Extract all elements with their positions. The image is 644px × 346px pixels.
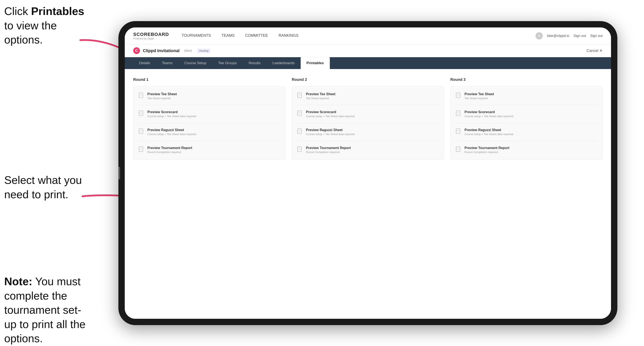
tablet-side-button[interactable]	[118, 167, 120, 179]
annotation-bottom: Note: You must complete the tournament s…	[4, 274, 93, 346]
round-1-raguzzi-sub: Course setup + Tee Sheet data required	[147, 133, 196, 136]
scoreboard-logo: SCOREBOARD Powered by clippd	[133, 32, 169, 40]
tablet-screen: SCOREBOARD Powered by clippd TOURNAMENTS…	[125, 27, 611, 319]
round-3-report-text: Preview Tournament Report Round Completi…	[464, 146, 509, 154]
doc-icon-8	[297, 147, 303, 153]
round-1-card: Preview Tee Sheet Tee Sheet required	[133, 86, 286, 160]
round-3-tournament-report[interactable]: Preview Tournament Report Round Completi…	[456, 145, 597, 155]
round-2-title: Round 2	[292, 77, 444, 82]
round-2-report-text: Preview Tournament Report Round Completi…	[306, 146, 351, 154]
nav-links: TOURNAMENTS TEAMS COMMITTEE RANKINGS	[182, 32, 536, 39]
annotation-middle: Select what you need to print.	[4, 173, 93, 202]
tournament-title-group: C Clippd Invitational (Men) Hosting	[133, 47, 210, 54]
round-1-scorecard-title: Preview Scorecard	[147, 110, 196, 114]
round-1-tee-sheet-sub: Tee Sheet required	[147, 97, 177, 100]
rounds-grid: Round 1 Preview Tee Sheet Tee S	[133, 77, 602, 160]
main-content: Round 1 Preview Tee Sheet Tee S	[125, 69, 611, 319]
round-1-raguzzi-text: Preview Raguzzi Sheet Course setup + Tee…	[147, 128, 196, 136]
sign-out-link[interactable]: Sign out	[574, 34, 586, 38]
divider	[297, 123, 439, 123]
round-2-tee-sheet[interactable]: Preview Tee Sheet Tee Sheet required	[297, 91, 439, 101]
annotation-middle-text: Select what you need to print.	[4, 174, 82, 200]
round-3-raguzzi-title: Preview Raguzzi Sheet	[464, 128, 513, 132]
round-2-raguzzi[interactable]: Preview Raguzzi Sheet Course setup + Tee…	[297, 127, 439, 137]
round-2-report-sub: Round Completion required	[306, 151, 351, 154]
nav-teams[interactable]: TEAMS	[222, 32, 235, 39]
annotation-bottom-text: Note: You must complete the tournament s…	[4, 275, 86, 345]
round-1-scorecard-sub: Course setup + Tee Sheet data required	[147, 115, 196, 118]
doc-icon-3	[138, 129, 144, 135]
round-1-scorecard[interactable]: Preview Scorecard Course setup + Tee She…	[138, 109, 280, 119]
round-1-raguzzi[interactable]: Preview Raguzzi Sheet Course setup + Tee…	[138, 127, 280, 137]
divider	[138, 141, 280, 141]
doc-icon-5	[297, 93, 303, 99]
round-3-tee-sheet-text: Preview Tee Sheet Tee Sheet required	[464, 92, 494, 100]
hosting-badge: Hosting	[197, 48, 210, 53]
tab-results[interactable]: Results	[243, 57, 266, 69]
divider	[456, 123, 597, 123]
round-3-scorecard-sub: Course setup + Tee Sheet data required	[464, 115, 513, 118]
round-1-report-sub: Round Completion required	[147, 151, 192, 154]
round-2-scorecard-title: Preview Scorecard	[306, 110, 355, 114]
round-2-scorecard[interactable]: Preview Scorecard Course setup + Tee She…	[297, 109, 439, 119]
round-1-scorecard-text: Preview Scorecard Course setup + Tee She…	[147, 110, 196, 118]
nav-tournaments[interactable]: TOURNAMENTS	[182, 32, 211, 39]
tournament-header: C Clippd Invitational (Men) Hosting Canc…	[125, 44, 611, 57]
round-1-tee-sheet[interactable]: Preview Tee Sheet Tee Sheet required	[138, 91, 280, 101]
top-nav-right: B blair@clippd.io Sign out Sign out	[536, 32, 602, 39]
nav-committee[interactable]: COMMITTEE	[245, 32, 268, 39]
round-3-report-title: Preview Tournament Report	[464, 146, 509, 150]
doc-icon-12	[456, 147, 462, 153]
logo-sub: Powered by clippd	[133, 37, 169, 40]
tab-printables[interactable]: Printables	[301, 57, 330, 69]
doc-icon-10	[456, 111, 462, 117]
round-2-scorecard-text: Preview Scorecard Course setup + Tee She…	[306, 110, 355, 118]
doc-icon-2	[138, 111, 144, 117]
round-3-raguzzi-sub: Course setup + Tee Sheet data required	[464, 133, 513, 136]
round-2-raguzzi-title: Preview Raguzzi Sheet	[306, 128, 355, 132]
divider	[138, 123, 280, 123]
tablet: SCOREBOARD Powered by clippd TOURNAMENTS…	[118, 21, 617, 325]
tab-course-setup[interactable]: Course Setup	[178, 57, 212, 69]
divider	[138, 105, 280, 105]
sign-out-text[interactable]: Sign out	[590, 34, 602, 38]
doc-icon	[138, 93, 144, 99]
round-1-column: Round 1 Preview Tee Sheet Tee S	[133, 77, 286, 160]
round-3-scorecard-title: Preview Scorecard	[464, 110, 513, 114]
round-3-scorecard[interactable]: Preview Scorecard Course setup + Tee She…	[456, 109, 597, 119]
round-1-report-text: Preview Tournament Report Round Completi…	[147, 146, 192, 154]
round-1-report-title: Preview Tournament Report	[147, 146, 192, 150]
round-3-tee-sheet-title: Preview Tee Sheet	[464, 92, 494, 96]
tab-leaderboards[interactable]: Leaderboards	[266, 57, 301, 69]
round-2-tournament-report[interactable]: Preview Tournament Report Round Completi…	[297, 145, 439, 155]
round-3-tee-sheet-sub: Tee Sheet required	[464, 97, 494, 100]
round-2-scorecard-sub: Course setup + Tee Sheet data required	[306, 115, 355, 118]
round-2-tee-sheet-title: Preview Tee Sheet	[306, 92, 335, 96]
round-3-column: Round 3 Preview Tee Sheet Tee S	[450, 77, 602, 160]
user-email: blair@clippd.io	[547, 34, 569, 38]
round-3-card: Preview Tee Sheet Tee Sheet required	[450, 86, 602, 160]
round-3-tee-sheet[interactable]: Preview Tee Sheet Tee Sheet required	[456, 91, 597, 101]
annotation-top-text: Click Printables to view the options.	[4, 5, 84, 46]
tab-details[interactable]: Details	[133, 57, 156, 69]
nav-rankings[interactable]: RANKINGS	[279, 32, 298, 39]
tab-teams[interactable]: Teams	[156, 57, 178, 69]
round-3-raguzzi[interactable]: Preview Raguzzi Sheet Course setup + Tee…	[456, 127, 597, 137]
doc-icon-7	[297, 129, 303, 135]
round-3-title: Round 3	[450, 77, 602, 82]
top-nav: SCOREBOARD Powered by clippd TOURNAMENTS…	[125, 27, 611, 44]
round-1-title: Round 1	[133, 77, 286, 82]
divider	[297, 141, 439, 141]
divider	[297, 105, 439, 105]
divider	[456, 105, 597, 105]
tournament-badge: (Men)	[184, 49, 192, 52]
round-1-tournament-report[interactable]: Preview Tournament Report Round Completi…	[138, 145, 280, 155]
doc-icon-9	[456, 93, 462, 99]
round-1-tee-sheet-title: Preview Tee Sheet	[147, 92, 177, 96]
tab-tee-groups[interactable]: Tee Groups	[212, 57, 243, 69]
cancel-button[interactable]: Cancel ✕	[586, 48, 602, 53]
doc-icon-6	[297, 111, 303, 117]
round-3-scorecard-text: Preview Scorecard Course setup + Tee She…	[464, 110, 513, 118]
round-2-tee-sheet-text: Preview Tee Sheet Tee Sheet required	[306, 92, 335, 100]
round-2-raguzzi-sub: Course setup + Tee Sheet data required	[306, 133, 355, 136]
